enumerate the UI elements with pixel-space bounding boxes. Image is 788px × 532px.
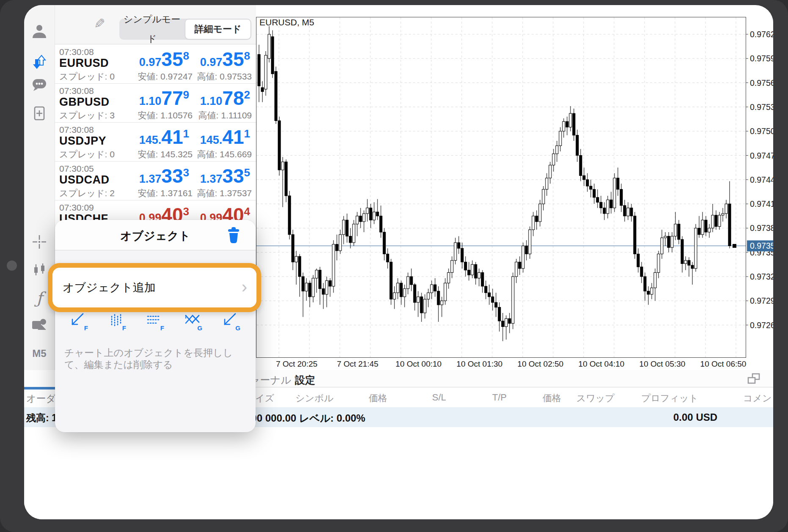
quote-spread: スプレッド: 3 <box>59 110 115 121</box>
quote-row-usdcad[interactable]: 07:30:05USDCADスプレッド: 21.373331.37335安値: … <box>55 162 256 200</box>
column-header: 価格 <box>369 392 387 405</box>
camera-dot <box>7 261 17 271</box>
svg-text:EURUSD, M5: EURUSD, M5 <box>259 17 314 27</box>
function-icon[interactable]: ƒ <box>36 289 42 307</box>
highlight-ring: オブジェクト追加 › <box>48 263 261 312</box>
column-header: イズ <box>255 392 274 405</box>
quote-time: 07:30:05 <box>59 164 94 174</box>
column-header: シンボル <box>295 392 333 405</box>
quote-spread: スプレッド: 0 <box>59 71 115 82</box>
quote-low: 安値: 145.325 <box>138 148 193 160</box>
svg-text:7 Oct 20:25: 7 Oct 20:25 <box>276 359 317 368</box>
layout-windows-icon[interactable] <box>746 372 761 386</box>
quotes-toolbar: ✎ シンプルモード 詳細モード + <box>55 5 256 44</box>
quote-high: 高値: 0.97533 <box>197 71 252 82</box>
quote-symbol: USDJPY <box>59 134 106 148</box>
svg-text:0.97470: 0.97470 <box>750 151 773 160</box>
chart-area[interactable]: EURUSD, M50.976200.975900.975600.975300.… <box>256 17 773 370</box>
icon-letter: F <box>84 324 88 332</box>
tab-simple-mode[interactable]: シンプルモード <box>119 10 185 49</box>
gann-arrow-icon[interactable]: G <box>222 312 241 332</box>
quote-high: 高値: 1.37537 <box>197 187 252 199</box>
svg-text:0.97440: 0.97440 <box>750 175 773 184</box>
account-icon[interactable] <box>31 24 47 40</box>
bid-price[interactable]: 1.10779 <box>139 89 189 108</box>
chat-icon[interactable] <box>31 77 47 92</box>
news-doc-icon[interactable] <box>31 105 47 121</box>
candles-icon[interactable] <box>31 262 47 278</box>
quote-time: 07:30:08 <box>59 125 94 135</box>
object-shortcut-icons: FFFGG <box>69 312 241 332</box>
bid-price[interactable]: 0.97358 <box>139 50 189 69</box>
ask-price[interactable]: 0.97358 <box>200 50 250 69</box>
svg-text:10 Oct 01:30: 10 Oct 01:30 <box>457 359 503 368</box>
timeframe-button[interactable]: M5 <box>32 348 46 359</box>
svg-text:0.97320: 0.97320 <box>750 272 773 281</box>
edit-pencil-icon[interactable]: ✎ <box>94 16 105 32</box>
objects-icon[interactable] <box>31 317 48 332</box>
account-summary-text: 100 000.00 レベル: 0.00% <box>245 411 365 425</box>
icon-letter: G <box>197 324 202 332</box>
fibo-timezones-icon[interactable]: F <box>107 312 127 332</box>
svg-text:0.97290: 0.97290 <box>750 296 773 305</box>
svg-text:10 Oct 06:50: 10 Oct 06:50 <box>700 359 747 368</box>
quotes-arrows-icon[interactable] <box>31 54 47 70</box>
quote-low: 安値: 0.97247 <box>138 71 193 82</box>
bid-price[interactable]: 1.37333 <box>139 167 189 186</box>
fibo-arrow-icon[interactable]: F <box>69 312 89 332</box>
ask-price[interactable]: 1.10782 <box>200 89 250 108</box>
tab-settings[interactable]: 設定 <box>295 373 315 387</box>
add-object-row[interactable]: オブジェクト追加 › <box>52 268 256 307</box>
svg-text:10 Oct 05:30: 10 Oct 05:30 <box>639 359 686 368</box>
mode-segmented-control: シンプルモード 詳細モード <box>119 19 251 40</box>
quote-row-gbpusd[interactable]: 07:30:08GBPUSDスプレッド: 31.107791.10782安値: … <box>55 84 256 123</box>
tab-detail-mode[interactable]: 詳細モード <box>185 19 251 39</box>
svg-text:0.97590: 0.97590 <box>750 54 773 63</box>
svg-text:0.97260: 0.97260 <box>750 321 773 330</box>
crosshair-icon[interactable] <box>31 234 47 250</box>
quote-low: 安値: 1.10576 <box>138 110 193 121</box>
svg-text:0.97380: 0.97380 <box>750 223 773 233</box>
icon-letter: F <box>160 324 164 332</box>
icon-letter: G <box>235 324 240 332</box>
bid-price[interactable]: 145.411 <box>139 128 189 147</box>
quote-time: 07:30:08 <box>59 47 94 57</box>
tab-journal-fragment[interactable]: ャーナル <box>250 373 291 387</box>
quote-time: 07:30:08 <box>59 86 94 96</box>
icon-letter: F <box>122 324 126 332</box>
objects-popup: オブジェクト FFFGG チャート上のオブジェクトを長押しして、編集または削除す… <box>55 220 256 432</box>
quote-high: 高値: 1.11109 <box>198 110 252 121</box>
svg-text:10 Oct 04:10: 10 Oct 04:10 <box>579 359 625 368</box>
selected-tab-indicator <box>24 387 56 389</box>
ask-price[interactable]: 1.37335 <box>200 167 250 186</box>
quote-row-eurusd[interactable]: 07:30:08EURUSDスプレッド: 00.973580.97358安値: … <box>55 45 256 84</box>
fibo-grid-icon[interactable]: F <box>146 312 165 332</box>
svg-text:0.97620: 0.97620 <box>750 30 773 39</box>
quote-symbol: EURUSD <box>59 57 109 70</box>
quote-low: 安値: 1.37161 <box>138 187 193 199</box>
quote-spread: スプレッド: 0 <box>59 148 115 160</box>
trash-icon[interactable] <box>225 226 242 244</box>
svg-text:0.97500: 0.97500 <box>750 126 773 136</box>
column-header: S/L <box>432 392 446 403</box>
quote-symbol: GBPUSD <box>59 96 110 109</box>
svg-text:7 Oct 21:45: 7 Oct 21:45 <box>337 359 378 368</box>
svg-text:0.97358: 0.97358 <box>750 241 773 250</box>
svg-text:0.97560: 0.97560 <box>750 78 773 88</box>
add-object-label: オブジェクト追加 <box>63 280 156 295</box>
column-header: 価格 <box>543 392 561 405</box>
column-header: プロフィット <box>641 392 698 405</box>
svg-text:10 Oct 00:10: 10 Oct 00:10 <box>396 359 442 368</box>
gann-grid-icon[interactable]: G <box>184 312 203 332</box>
quote-spread: スプレッド: 2 <box>59 187 115 199</box>
ask-price[interactable]: 145.411 <box>200 128 250 147</box>
quote-symbol: USDCAD <box>59 173 110 186</box>
device-frame: ƒ M5 + ✎ シンプルモード 詳細モード + 07:30:08 <box>0 0 788 532</box>
column-header: スワップ <box>576 392 614 405</box>
svg-text:10 Oct 02:50: 10 Oct 02:50 <box>518 359 564 368</box>
svg-text:0.97410: 0.97410 <box>750 199 773 208</box>
quote-row-usdjpy[interactable]: 07:30:08USDJPYスプレッド: 0145.411145.411安値: … <box>55 123 256 162</box>
quote-time: 07:30:09 <box>59 203 94 213</box>
popup-hint-text: チャート上のオブジェクトを長押しして、編集または削除する <box>64 347 247 370</box>
quote-high: 高値: 145.669 <box>197 148 252 160</box>
